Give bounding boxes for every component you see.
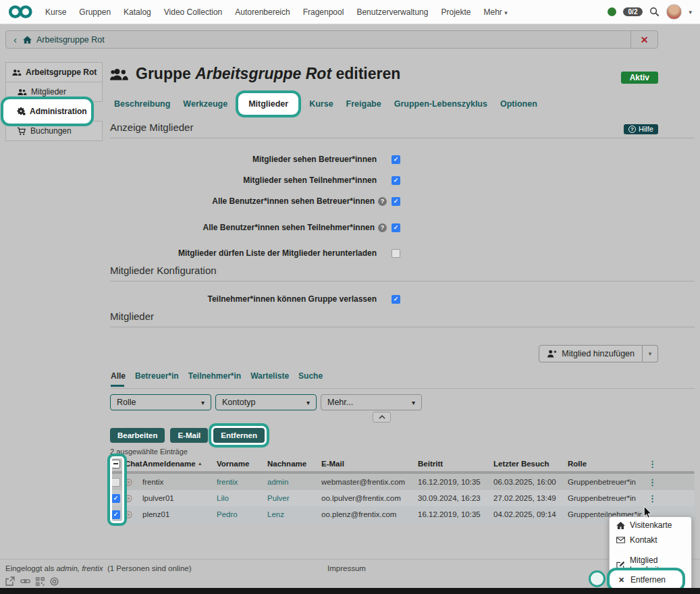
- column-header-nachname[interactable]: Nachname: [267, 460, 321, 468]
- menu-item-entfernen[interactable]: ✕Entfernen: [612, 572, 680, 587]
- help-badge[interactable]: ?Hilfe: [624, 124, 658, 134]
- home-icon: [616, 522, 625, 529]
- checkbox[interactable]: ✓: [111, 494, 120, 503]
- nav-item-projekte[interactable]: Projekte: [441, 7, 470, 17]
- checkbox[interactable]: ✓: [392, 197, 400, 206]
- nav-item-video-collection[interactable]: Video Collection: [164, 7, 223, 17]
- sidebar-item-buchungen[interactable]: Buchungen: [5, 121, 103, 141]
- checkbox[interactable]: ✓: [392, 176, 400, 185]
- tab-mitglieder[interactable]: Mitglieder: [240, 95, 296, 113]
- cell-nachname[interactable]: admin: [267, 478, 321, 486]
- column-header-anmeldename[interactable]: Anmeldename ▲: [142, 460, 217, 468]
- cell-nachname[interactable]: Lenz: [267, 510, 321, 518]
- filter-tab-alle[interactable]: Alle: [111, 371, 126, 381]
- column-header-rolle[interactable]: Rolle: [568, 460, 642, 468]
- kebab-icon: ⋮: [648, 460, 657, 468]
- qr-code-icon[interactable]: [36, 576, 45, 586]
- help-icon[interactable]: ?: [378, 197, 387, 206]
- column-header-beitritt[interactable]: Beitritt: [418, 460, 493, 468]
- floating-button[interactable]: [589, 570, 605, 587]
- row-menu-button[interactable]: ⋮: [642, 478, 695, 487]
- cell-vorname[interactable]: Lilo: [217, 494, 267, 502]
- tab-beschreibung[interactable]: Beschreibung: [114, 99, 170, 109]
- filter-tab-teilnehmer-in[interactable]: Teilnehmer*in: [188, 371, 241, 381]
- home-icon[interactable]: [23, 36, 32, 44]
- collapse-filters-button[interactable]: [373, 412, 391, 423]
- row-checkbox[interactable]: ✓: [110, 510, 125, 519]
- share-icon[interactable]: [5, 576, 15, 586]
- nav-item-benutzerverwaltung[interactable]: Benutzerverwaltung: [356, 7, 428, 17]
- tab-freigabe[interactable]: Freigabe: [346, 99, 381, 109]
- target-icon[interactable]: [50, 576, 59, 586]
- openolat-logo-icon[interactable]: [8, 4, 33, 20]
- row-checkbox[interactable]: ✓: [110, 494, 125, 503]
- impressum-link[interactable]: Impressum: [327, 564, 366, 572]
- nav-item-mehr[interactable]: Mehr ▾: [483, 7, 507, 17]
- cell-beitritt: 16.12.2019, 10:35: [418, 510, 493, 518]
- checkbox[interactable]: ✓: [392, 155, 400, 164]
- checkbox[interactable]: ✓: [392, 295, 400, 304]
- entfernen-button[interactable]: Entfernen: [213, 428, 265, 443]
- select-all-checkbox[interactable]: [110, 460, 125, 468]
- checkbox[interactable]: [392, 249, 400, 258]
- edit-icon: [616, 561, 625, 570]
- user-avatar[interactable]: [666, 4, 682, 20]
- filter-tab-betreuer-in[interactable]: Betreuer*in: [135, 371, 179, 381]
- column-header-chat[interactable]: Chat: [125, 460, 142, 468]
- nav-item-gruppen[interactable]: Gruppen: [79, 7, 111, 17]
- filter-select-kontotyp[interactable]: Kontotyp▾: [215, 394, 317, 410]
- tab-optionen[interactable]: Optionen: [500, 99, 537, 109]
- top-navbar: KurseGruppenKatalogVideo CollectionAutor…: [0, 0, 700, 24]
- tab-kurse[interactable]: Kurse: [309, 99, 333, 109]
- column-header-letzter-besuch[interactable]: Letzter Besuch: [493, 460, 568, 468]
- sidebar-item-mitglieder[interactable]: Mitglieder: [5, 82, 103, 102]
- column-header-vorname[interactable]: Vorname: [217, 460, 267, 468]
- row-checkbox[interactable]: [110, 478, 125, 487]
- nav-item-kurse[interactable]: Kurse: [45, 7, 66, 17]
- filter-tab-suche[interactable]: Suche: [298, 371, 323, 381]
- help-icon[interactable]: ?: [378, 223, 387, 232]
- nav-item-fragenpool[interactable]: Fragenpool: [303, 7, 344, 17]
- sidebar-item-administration[interactable]: Administration: [5, 101, 89, 122]
- tab-gruppen-lebenszyklus[interactable]: Gruppen-Lebenszyklus: [394, 99, 487, 109]
- counter-badge[interactable]: 0/2: [623, 7, 643, 16]
- chat-status: [125, 511, 142, 518]
- add-member-dropdown[interactable]: ▾: [643, 345, 658, 362]
- close-tab-icon[interactable]: ✕: [630, 31, 657, 48]
- e-mail-button[interactable]: E-Mail: [170, 428, 208, 443]
- chat-off-icon: [125, 479, 132, 486]
- filter-tabs-divider: [110, 388, 695, 389]
- sidebar-item-arbeitsgruppe-rot[interactable]: Arbeitsgruppe Rot: [5, 62, 103, 82]
- column-header-e-mail[interactable]: E-Mail: [321, 460, 418, 468]
- cell-beitritt: 16.12.2019, 10:35: [418, 478, 493, 486]
- chevron-down-icon[interactable]: ▾: [689, 9, 692, 16]
- back-chevron-icon[interactable]: ‹: [6, 34, 23, 45]
- nav-item-katalog[interactable]: Katalog: [124, 7, 151, 17]
- nav-item-autorenbereich[interactable]: Autorenbereich: [235, 7, 290, 17]
- filter-select-rolle[interactable]: Rolle▾: [110, 394, 211, 410]
- breadcrumb-label[interactable]: Arbeitsgruppe Rot: [36, 35, 105, 45]
- table-menu-button[interactable]: ⋮: [642, 460, 695, 468]
- add-member-button[interactable]: Mitglied hinzufügen: [539, 345, 643, 362]
- link-icon[interactable]: [20, 576, 30, 586]
- cell-vorname[interactable]: frentix: [217, 478, 267, 486]
- indeterminate-checkbox[interactable]: [111, 460, 120, 468]
- cart-icon: [17, 127, 26, 136]
- checkbox[interactable]: ✓: [392, 223, 400, 232]
- cell-rolle: Gruppenbetreuer*in: [568, 494, 642, 502]
- filter-select-mehr[interactable]: Mehr...▾: [321, 394, 422, 410]
- section-heading-mitglieder: Mitglieder: [110, 310, 695, 327]
- row-menu-button[interactable]: ⋮: [642, 494, 695, 503]
- menu-item-visitenkarte[interactable]: Visitenkarte: [610, 518, 691, 533]
- filter-tab-warteliste[interactable]: Warteliste: [250, 371, 289, 381]
- search-icon[interactable]: [649, 7, 659, 17]
- cell-nachname[interactable]: Pulver: [267, 494, 321, 502]
- menu-item-mitglied-bearbeiten[interactable]: Mitglied bearbeiten: [610, 558, 691, 572]
- checkbox[interactable]: ✓: [111, 510, 120, 519]
- bearbeiten-button[interactable]: Bearbeiten: [110, 428, 165, 443]
- menu-item-kontakt[interactable]: Kontakt: [610, 533, 691, 547]
- cell-vorname[interactable]: Pedro: [217, 510, 267, 518]
- checkbox[interactable]: [111, 478, 120, 487]
- cell-letzter-besuch: 27.02.2025, 13:49: [493, 494, 568, 502]
- tab-werkzeuge[interactable]: Werkzeuge: [183, 99, 227, 109]
